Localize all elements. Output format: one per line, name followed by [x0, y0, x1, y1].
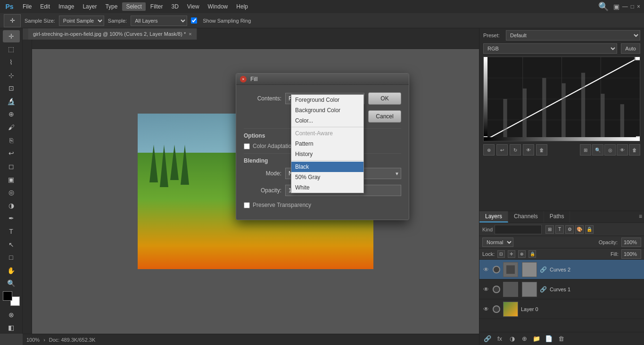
tab-paths[interactable]: Paths: [544, 211, 570, 222]
dodge-tool[interactable]: ◑: [3, 199, 20, 212]
menu-window[interactable]: Window: [204, 2, 232, 11]
dropdown-item-color[interactable]: Color...: [291, 115, 363, 126]
curve-tool-1[interactable]: ⊕: [483, 144, 495, 156]
layer-visibility-toggle[interactable]: 👁: [482, 305, 490, 313]
filter-icon-4[interactable]: 🎨: [575, 225, 584, 234]
foreground-background-colors[interactable]: [3, 291, 20, 306]
move-tool[interactable]: ✛: [3, 30, 20, 42]
lock-all-btn[interactable]: 🔒: [528, 250, 536, 258]
shape-tool[interactable]: □: [3, 251, 20, 263]
delete-layer-btn[interactable]: 🗑: [556, 334, 566, 344]
gradient-tool[interactable]: ▣: [3, 173, 20, 186]
menu-edit[interactable]: Edit: [36, 2, 54, 11]
curve-tool-5[interactable]: 🗑: [536, 144, 547, 156]
dropdown-item-white[interactable]: White: [291, 182, 363, 193]
dropdown-item-background[interactable]: Background Color: [291, 105, 363, 115]
new-group-btn[interactable]: 📁: [531, 334, 542, 344]
lasso-tool[interactable]: ⌇: [3, 56, 20, 68]
menu-3d[interactable]: 3D: [167, 2, 182, 11]
curve-action-4[interactable]: 👁: [617, 144, 628, 156]
add-style-btn[interactable]: fx: [495, 334, 505, 344]
lock-pixels-btn[interactable]: ⊡: [497, 250, 505, 258]
menu-type[interactable]: Type: [101, 2, 121, 11]
menu-layer[interactable]: Layer: [79, 2, 100, 11]
add-mask-btn[interactable]: ◑: [507, 334, 517, 344]
lock-artboards-btn[interactable]: ⊗: [518, 250, 526, 258]
dropdown-item-pattern[interactable]: Pattern: [291, 139, 363, 149]
eraser-tool[interactable]: ◻: [3, 160, 20, 172]
lock-position-btn[interactable]: ✛: [508, 250, 515, 258]
hand-tool[interactable]: ✋: [3, 264, 20, 277]
color-adaptation-checkbox[interactable]: [244, 143, 250, 149]
curve-tool-3[interactable]: ↻: [510, 144, 521, 156]
filter-icon-2[interactable]: T: [555, 225, 564, 234]
crop-tool[interactable]: ⊡: [3, 82, 20, 94]
curve-tool-4[interactable]: 👁: [523, 144, 534, 156]
ok-button[interactable]: OK: [368, 92, 401, 105]
curve-action-2[interactable]: 🔍: [592, 144, 603, 156]
filter-icon-3[interactable]: ⚙: [565, 225, 574, 234]
tool-options-picker[interactable]: ✛: [4, 14, 21, 27]
maximize-icon[interactable]: □: [631, 3, 634, 10]
curve-action-3[interactable]: ◎: [604, 144, 616, 156]
fill-input[interactable]: [621, 249, 641, 259]
layer-visibility-toggle[interactable]: 👁: [482, 266, 490, 273]
dialog-close-btn[interactable]: ×: [240, 76, 247, 82]
link-layers-btn[interactable]: 🔗: [482, 334, 493, 344]
document-tab[interactable]: girl-streching-in-open-field.jpg @ 100% …: [28, 28, 197, 40]
minimize-icon[interactable]: —: [622, 3, 628, 10]
preserve-transparency-checkbox[interactable]: [244, 202, 250, 208]
tab-channels[interactable]: Channels: [508, 211, 544, 222]
layer-visibility-toggle[interactable]: 👁: [482, 286, 490, 293]
selection-tool[interactable]: ⬚: [3, 43, 20, 56]
menu-filter[interactable]: Filter: [147, 2, 167, 11]
quick-select-tool[interactable]: ⊹: [3, 69, 20, 82]
quick-mask-tool[interactable]: ⊗: [3, 309, 20, 321]
menu-select[interactable]: Select: [122, 2, 145, 11]
sample-size-select[interactable]: Point Sample: [59, 16, 104, 26]
new-layer-btn[interactable]: 📄: [544, 334, 554, 344]
dropdown-item-foreground[interactable]: Foreground Color: [291, 95, 363, 105]
history-brush-tool[interactable]: ↩: [3, 147, 20, 159]
sample-select[interactable]: All Layers: [131, 16, 187, 26]
layers-search-input[interactable]: [495, 225, 542, 234]
channel-select[interactable]: RGB: [483, 43, 617, 54]
blend-mode-select[interactable]: Normal: [482, 238, 513, 247]
pen-tool[interactable]: ✒: [3, 213, 20, 225]
filter-icon-5[interactable]: 🔒: [585, 225, 594, 234]
tab-close-button[interactable]: ×: [189, 31, 191, 37]
menu-image[interactable]: Image: [55, 2, 78, 11]
auto-button[interactable]: Auto: [621, 43, 640, 54]
preset-select[interactable]: Default: [506, 30, 640, 41]
type-tool[interactable]: T: [3, 225, 20, 238]
curve-tool-2[interactable]: ↩: [496, 144, 508, 156]
stamp-tool[interactable]: ⎘: [3, 134, 20, 147]
cancel-button[interactable]: Cancel: [368, 110, 401, 123]
menu-file[interactable]: File: [19, 2, 35, 11]
dropdown-item-history[interactable]: History: [291, 149, 363, 159]
screen-mode-tool[interactable]: ◧: [3, 322, 20, 334]
filter-icon-1[interactable]: ⊞: [545, 225, 554, 234]
curve-action-1[interactable]: ⊞: [580, 144, 591, 156]
menu-help[interactable]: Help: [232, 2, 252, 11]
curve-action-5[interactable]: 🗑: [629, 144, 640, 156]
tab-layers[interactable]: Layers: [479, 211, 508, 222]
show-sampling-ring-checkbox[interactable]: [191, 17, 197, 24]
blur-tool[interactable]: ◎: [3, 186, 20, 198]
layer-item[interactable]: 👁 🔗 Curves 2: [479, 260, 644, 279]
zoom-tool[interactable]: 🔍: [3, 278, 20, 290]
dropdown-item-gray[interactable]: 50% Gray: [291, 172, 363, 182]
new-adjustment-btn[interactable]: ⊕: [519, 334, 529, 344]
layer-item[interactable]: 👁 Layer 0: [479, 299, 644, 319]
dropdown-item-content-aware[interactable]: Content-Aware: [291, 128, 363, 139]
close-icon[interactable]: ×: [637, 3, 640, 10]
eyedropper-tool[interactable]: 🔬: [3, 95, 20, 107]
workspace-icon[interactable]: ▣: [613, 3, 619, 10]
layer-item[interactable]: 👁 🔗 Curves 1: [479, 279, 644, 299]
search-icon[interactable]: 🔍: [598, 1, 609, 12]
layers-panel-menu[interactable]: ≡: [637, 211, 644, 222]
opacity-input[interactable]: [621, 238, 641, 247]
dropdown-item-black[interactable]: Black: [291, 162, 363, 172]
path-selection-tool[interactable]: ↖: [3, 238, 20, 251]
healing-tool[interactable]: ⊕: [3, 108, 20, 121]
